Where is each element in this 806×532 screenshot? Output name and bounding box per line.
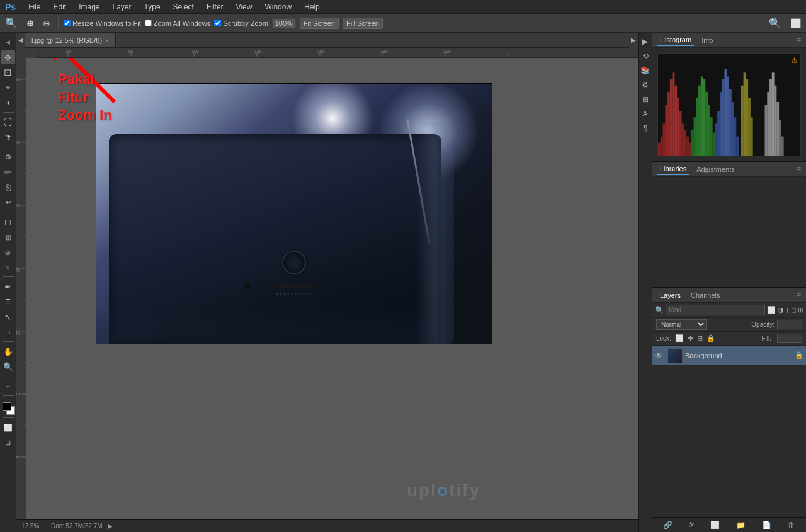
zoom-out-button[interactable]: ⊖ [40, 17, 53, 30]
collapse-right-btn[interactable]: ▶ [629, 33, 638, 48]
text-tool[interactable]: T [1, 295, 15, 308]
magic-wand-tool[interactable]: ✦ [1, 96, 15, 110]
history-icon[interactable]: ⟲ [639, 50, 652, 62]
play-icon[interactable]: ▶ [639, 35, 652, 48]
more-tools[interactable]: ··· [1, 379, 15, 393]
color-swatch[interactable] [1, 401, 15, 415]
path-select-tool[interactable]: ↖ [1, 310, 15, 324]
svg-rect-83 [744, 72, 746, 156]
menu-edit[interactable]: Edit [50, 1, 69, 13]
status-arrow-btn[interactable]: ▶ [108, 523, 113, 529]
fit-screen-button[interactable]: Fit Screen [300, 18, 339, 29]
libraries-content [652, 177, 806, 287]
histogram-graph: ⚠ [657, 53, 801, 156]
mask-mode[interactable]: ⬜ [1, 421, 15, 434]
rect-select-tool[interactable]: ⊡ [1, 65, 15, 79]
collapse-left-btn[interactable]: ◀ [16, 33, 25, 48]
lasso-tool[interactable]: ⌖ [1, 81, 15, 94]
history-brush-tool[interactable]: ↩ [1, 195, 15, 209]
zoom-all-windows-checkbox[interactable] [145, 20, 152, 26]
new-group-icon[interactable]: 📁 [734, 519, 748, 531]
eyedropper-tool[interactable]: 🔭 [1, 130, 15, 144]
scrubby-zoom-checkbox-wrap[interactable]: Scrubby Zoom [214, 20, 268, 27]
adjustments-tab[interactable]: Adjustments [694, 164, 737, 174]
tool-collapse-top[interactable]: ◀ [1, 35, 15, 49]
dodge-tool[interactable]: ○ [1, 260, 15, 274]
zoom-in-button[interactable]: ⊕ [24, 17, 37, 30]
menu-filter[interactable]: Filter [204, 1, 226, 13]
zoom-all-windows-checkbox-wrap[interactable]: Zoom All Windows [145, 20, 210, 27]
crop-tool[interactable]: ⛶ [1, 115, 15, 129]
gradient-tool[interactable]: ▥ [1, 230, 15, 244]
libraries-panel-menu[interactable]: ≡ [797, 165, 801, 174]
channels-tab[interactable]: Channels [688, 290, 722, 300]
document-tab[interactable]: l.jpg @ 12.5% (RGB/8) × [25, 33, 116, 47]
layers-panel-menu[interactable]: ≡ [797, 291, 801, 300]
scrubby-zoom-checkbox[interactable] [214, 20, 221, 26]
resize-windows-checkbox-wrap[interactable]: Resize Windows to Fit [64, 20, 141, 27]
menu-file[interactable]: File [26, 1, 43, 13]
layer-filter-pixel[interactable]: ⬜ [767, 306, 776, 314]
shape-tool[interactable]: □ [1, 325, 15, 339]
paragraph-icon[interactable]: ¶ [639, 122, 652, 135]
opacity-value[interactable]: 100% [777, 320, 802, 329]
histogram-panel-menu[interactable]: ≡ [797, 36, 801, 45]
resize-windows-checkbox[interactable] [64, 20, 71, 26]
screen-mode[interactable]: ⊞ [1, 436, 15, 450]
layers-kind-input[interactable] [666, 305, 765, 315]
svg-rect-71 [713, 133, 715, 156]
brush-tool[interactable]: ✏ [1, 165, 15, 179]
workspace-button[interactable]: ⬜ [788, 17, 803, 30]
clone-tool[interactable]: ⎘ [1, 180, 15, 194]
zoom-tool[interactable]: 🔍 [1, 359, 15, 373]
delete-layer-icon[interactable]: 🗑 [785, 519, 798, 531]
fill-screen-button[interactable]: Fill Screen [343, 18, 383, 29]
svg-rect-68 [705, 92, 708, 156]
svg-rect-55 [674, 86, 677, 156]
libraries-icon[interactable]: 📚 [639, 64, 652, 77]
layer-filter-smart[interactable]: ⊞ [798, 306, 803, 314]
menu-type[interactable]: Type [142, 1, 163, 13]
lock-artboard-icon[interactable]: ⊞ [697, 334, 703, 342]
pen-tool[interactable]: ✒ [1, 280, 15, 293]
menu-help[interactable]: Help [302, 1, 322, 13]
new-layer-icon[interactable]: 📄 [759, 519, 774, 531]
blur-tool[interactable]: ◎ [1, 245, 15, 259]
layers-tab[interactable]: Layers [657, 290, 683, 300]
menu-select[interactable]: Select [171, 1, 196, 13]
eraser-tool[interactable]: ◻ [1, 215, 15, 229]
link-layers-icon[interactable]: 🔗 [661, 519, 675, 531]
canvas-viewport[interactable]: Pakai Fitur Zoom In [26, 58, 638, 519]
healing-tool[interactable]: ⊕ [1, 150, 15, 164]
table-row[interactable]: 👁 Background 🔒 [652, 346, 806, 366]
histogram-tab[interactable]: Histogram [657, 35, 694, 46]
fill-value[interactable]: 100% [777, 334, 802, 343]
layer-filter-adjust[interactable]: ◑ [778, 306, 784, 314]
layer-visibility-eye[interactable]: 👁 [655, 351, 665, 360]
tab-close-btn[interactable]: × [105, 37, 109, 44]
foreground-color[interactable] [3, 402, 11, 411]
channels-icon[interactable]: A [639, 108, 652, 120]
libraries-tab[interactable]: Libraries [657, 164, 689, 175]
add-mask-icon[interactable]: ⬜ [708, 519, 722, 531]
menu-window[interactable]: Window [262, 1, 294, 13]
histogram-warning[interactable]: ⚠ [791, 56, 798, 65]
search-button-top[interactable]: 🔍 [766, 16, 784, 30]
zoom-percent-input[interactable]: 100% [272, 18, 296, 28]
menu-image[interactable]: Image [76, 1, 102, 13]
lock-all-icon[interactable]: 🔒 [707, 334, 715, 342]
hand-tool[interactable]: ✋ [1, 344, 15, 358]
layer-blend-mode[interactable]: Normal [656, 319, 707, 330]
layer-filter-shape[interactable]: □ [792, 307, 796, 314]
menu-layer[interactable]: Layer [110, 1, 134, 13]
info-tab[interactable]: Info [699, 35, 715, 45]
layer-filter-type[interactable]: T [786, 307, 790, 314]
move-tool[interactable]: ✥ [1, 50, 15, 64]
lock-pixels-icon[interactable]: ⬜ [675, 334, 684, 342]
lock-position-icon[interactable]: ✥ [688, 334, 693, 342]
adjustments-icon[interactable]: ⚙ [639, 79, 652, 91]
layer-comp-icon[interactable]: ⊞ [639, 93, 652, 106]
menu-view[interactable]: View [234, 1, 255, 13]
zoom-search-icon-btn[interactable]: 🔍 [3, 16, 20, 30]
fx-icon[interactable]: fx [686, 520, 696, 529]
